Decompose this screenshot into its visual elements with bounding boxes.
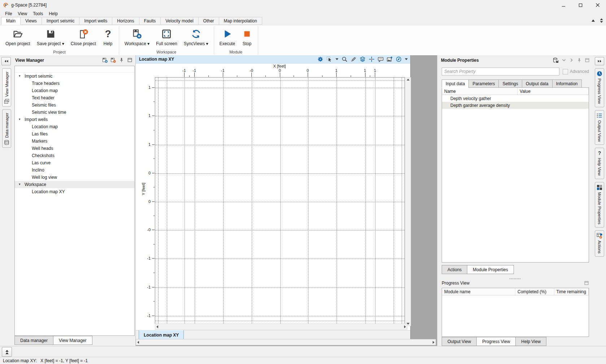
scroll-right-icon[interactable] — [433, 341, 434, 344]
plot-horizontal-scrollbar[interactable] — [155, 324, 407, 330]
tab-module-properties[interactable]: Module Properties — [467, 265, 514, 274]
tree-item-markers[interactable]: Markers — [15, 138, 134, 145]
ribbon-tab-other[interactable]: Other — [198, 17, 219, 25]
syncviews-button[interactable]: SyncViews ▾ — [181, 28, 212, 47]
search-property-input[interactable] — [442, 68, 559, 75]
close-project-button[interactable]: Close project — [68, 28, 99, 47]
dock-tab-module-properties[interactable]: Module Properties — [595, 182, 604, 228]
layers-icon[interactable] — [360, 56, 365, 62]
column-header-time-remaining[interactable]: Time remaining — [554, 288, 589, 295]
tab-output-view[interactable]: Output View — [442, 337, 477, 346]
ribbon-tab-map-interpolation[interactable]: Map interpolation — [219, 17, 262, 25]
workspace-button[interactable]: Workspace ▾ — [121, 28, 153, 47]
execute-button[interactable]: Execute — [216, 28, 238, 47]
compass-icon[interactable] — [396, 56, 402, 62]
dropdown-caret-icon[interactable] — [336, 58, 338, 60]
full-screen-button[interactable]: Full screen — [153, 28, 181, 47]
scroll-up-icon[interactable] — [407, 79, 410, 81]
pen-off-icon[interactable] — [351, 56, 356, 62]
tree-expand-icon[interactable]: ▾ — [19, 117, 21, 121]
tree-item-location-map-xy[interactable]: Location map XY — [15, 188, 134, 195]
tab-output-data[interactable]: Output data — [522, 79, 553, 88]
collapse-right-button[interactable] — [595, 57, 604, 65]
tree-item-las-curve[interactable]: Las curve — [15, 159, 134, 166]
table-row-depth-gardner-average-density[interactable]: Depth gardner average density — [442, 102, 589, 109]
tab-actions[interactable]: Actions — [442, 265, 467, 274]
panel-tab-data-manager[interactable]: Data manager — [14, 336, 53, 345]
ribbon-tab-faults[interactable]: Faults — [139, 17, 161, 25]
pointer-icon[interactable] — [326, 56, 332, 62]
minimize-button[interactable] — [555, 0, 572, 10]
tree-item-trace-headers[interactable]: Trace headers — [15, 80, 134, 87]
ribbon-tab-import-seismic[interactable]: Import seismic — [42, 17, 79, 25]
tree-expand-icon[interactable]: ▾ — [19, 74, 21, 78]
save-project-button[interactable]: Save project ▾ — [34, 28, 68, 47]
win-add-icon[interactable] — [102, 57, 108, 63]
pin-icon[interactable] — [119, 57, 124, 63]
tree-item-inclino[interactable]: Inclino — [15, 166, 134, 174]
menu-view[interactable]: View — [15, 11, 30, 17]
tree-item-checkshots[interactable]: Checkshots — [15, 152, 134, 159]
close-button[interactable] — [589, 0, 606, 10]
open-project-button[interactable]: Open project — [2, 28, 34, 47]
panel-tab-view-manager[interactable]: View Manager — [53, 336, 92, 345]
dropdown-caret-icon[interactable] — [405, 58, 408, 60]
gear-icon[interactable] — [317, 56, 323, 62]
ribbon-tab-views[interactable]: Views — [20, 17, 42, 25]
collapse-left-button[interactable] — [1, 57, 11, 65]
dock-tab-actions[interactable]: Actions — [595, 230, 604, 257]
tree-item-well-heads[interactable]: Well heads — [15, 145, 134, 152]
advanced-checkbox[interactable]: Advanced — [563, 69, 589, 74]
ribbon-tab-horizons[interactable]: Horizons — [112, 17, 139, 25]
zoom-icon[interactable] — [342, 56, 347, 62]
dock-tab-progress-view[interactable]: Progress View — [595, 68, 604, 107]
tab-help-view[interactable]: Help View — [515, 337, 546, 346]
float-gray-icon[interactable] — [585, 58, 590, 63]
plot-vertical-scrollbar[interactable] — [405, 77, 411, 326]
pin-gray-icon[interactable] — [577, 58, 582, 63]
dock-tab-view-manager[interactable]: View Manager — [2, 68, 11, 107]
spin-icon[interactable] — [600, 18, 603, 23]
dock-tab-data-manager[interactable]: Data manager — [2, 109, 11, 148]
scroll-right-icon[interactable] — [404, 325, 406, 328]
dock-tab-help-view[interactable]: ?Help View — [595, 148, 604, 179]
pin-ribbon-icon[interactable] — [592, 20, 595, 22]
plot-area[interactable] — [155, 77, 405, 324]
tab-settings[interactable]: Settings — [498, 79, 522, 88]
ribbon-tab-main[interactable]: Main — [1, 17, 21, 25]
scroll-left-icon[interactable] — [156, 325, 158, 328]
ribbon-tab-velocity-model[interactable]: Velocity model — [160, 17, 198, 25]
column-header-name[interactable]: Name — [442, 88, 518, 95]
float-icon[interactable] — [127, 57, 133, 63]
tab-progress-view[interactable]: Progress View — [476, 337, 516, 346]
tab-information[interactable]: Information — [552, 79, 582, 88]
table-row-depth-velocity-gather[interactable]: Depth velocity gather — [442, 95, 589, 102]
tree-item-seismic-view-time[interactable]: Seismic view time — [15, 109, 134, 116]
tree-item-seismic-files[interactable]: Seismic files — [15, 101, 134, 109]
tab-parameters[interactable]: Parameters — [468, 79, 499, 88]
crosshair-icon[interactable] — [369, 56, 375, 62]
stop-button[interactable]: Stop — [238, 28, 256, 47]
tree-item-workspace[interactable]: ▾Workspace — [15, 181, 134, 188]
tree-item-well-log-view[interactable]: Well log view — [15, 174, 134, 181]
column-header-value[interactable]: Value — [518, 88, 589, 95]
tree-item-las-files[interactable]: Las files — [15, 130, 134, 138]
panel-splitter-handle[interactable] — [437, 277, 593, 279]
tree-item-location-map[interactable]: Location map — [15, 87, 134, 94]
tree-item-text-header[interactable]: Text header — [15, 94, 134, 101]
scroll-left-icon[interactable] — [137, 341, 139, 344]
menu-tools[interactable]: Tools — [30, 11, 46, 17]
menu-help[interactable]: Help — [46, 11, 61, 17]
column-header-completed[interactable]: Completed (%) — [515, 288, 554, 295]
win-remove-icon[interactable] — [111, 57, 116, 63]
chevright-icon[interactable] — [569, 58, 574, 62]
column-header-module-name[interactable]: Module name — [442, 288, 515, 295]
menu-file[interactable]: File — [2, 11, 15, 17]
tree-item-import-seismic[interactable]: ▾Import seismic — [15, 73, 134, 80]
float-gray-icon[interactable] — [584, 281, 589, 286]
tree-item-import-wells[interactable]: ▾Import wells — [15, 116, 134, 123]
tree-item-location-map[interactable]: Location map — [15, 123, 134, 130]
view-bottom-tab[interactable]: Location map XY — [139, 330, 184, 340]
dock-tab-output-view[interactable]: Output View — [595, 110, 604, 145]
help-button[interactable]: ?Help — [99, 28, 117, 47]
